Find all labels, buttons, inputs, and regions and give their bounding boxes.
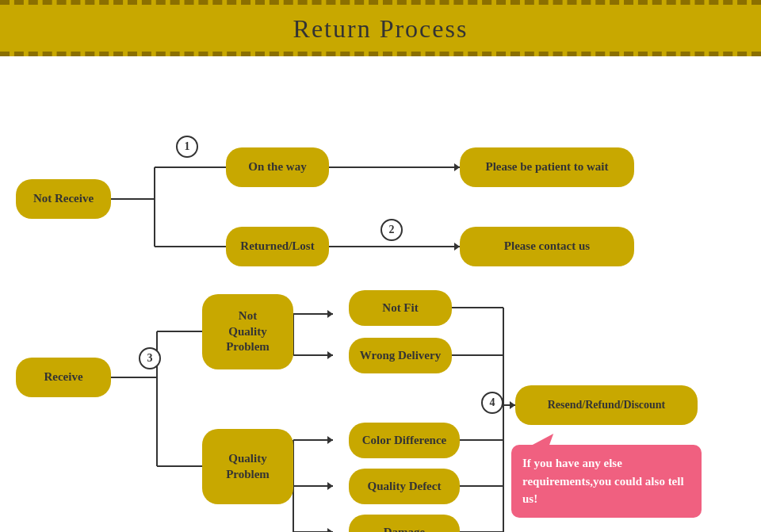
svg-marker-7 [454,243,460,251]
color-difference-box: Color Difference [349,423,460,458]
not-quality-problem-box: Not Quality Problem [202,294,293,369]
svg-marker-20 [327,482,333,490]
diagram: Not Receive On the way Returned/Lost Ple… [0,56,761,532]
on-the-way-box: On the way [226,147,329,187]
receive-box: Receive [16,358,111,397]
circle-3: 3 [139,347,161,369]
svg-marker-12 [327,310,333,318]
speech-bubble: If you have any else requirements,you co… [511,445,702,518]
svg-marker-31 [510,401,515,409]
header: Return Process [0,0,761,56]
not-receive-box: Not Receive [16,179,111,219]
page-title: Return Process [293,14,468,43]
please-wait-box: Please be patient to wait [460,147,634,187]
quality-defect-box: Quality Defect [349,469,460,504]
quality-problem-box: Quality Problem [202,429,293,504]
svg-marker-14 [327,351,333,359]
svg-marker-18 [327,436,333,444]
resend-refund-box: Resend/Refund/Discount [515,385,698,425]
please-contact-box: Please contact us [460,227,634,266]
circle-2: 2 [380,219,403,241]
damage-box: Damage [349,515,460,532]
svg-marker-4 [454,163,460,171]
returned-lost-box: Returned/Lost [226,227,329,266]
circle-1: 1 [176,136,198,158]
not-fit-box: Not Fit [349,290,452,326]
circle-4: 4 [481,392,503,414]
wrong-delivery-box: Wrong Delivery [349,338,452,373]
svg-marker-22 [327,528,333,532]
